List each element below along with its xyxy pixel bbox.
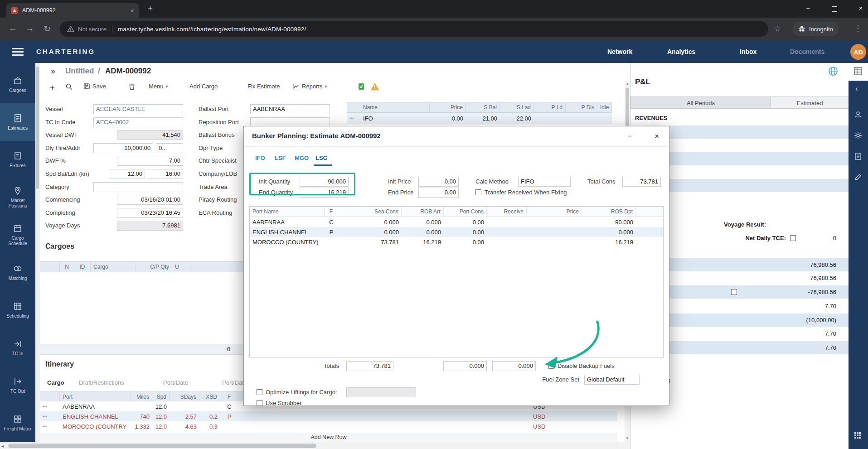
sidebar-item-matching[interactable]: Matching xyxy=(0,254,35,291)
security-label[interactable]: Not secure xyxy=(78,26,107,33)
sidebar-item-estimates[interactable]: Estimates xyxy=(0,103,35,141)
completing-field[interactable]: 03/23/20 16:45 xyxy=(117,208,183,218)
sidebar-item-cargo-schedule[interactable]: Cargo Schedule xyxy=(0,216,35,254)
user-icon[interactable] xyxy=(854,111,862,119)
bunker-port-row[interactable]: AABENRAA C 0.000 0.000 0.00 90.000 xyxy=(250,217,663,227)
scrollbar-thumb[interactable] xyxy=(36,67,39,189)
delete-button[interactable] xyxy=(129,83,135,90)
tce-checkbox[interactable] xyxy=(790,235,796,241)
ballast-port-field[interactable]: AABENRAA xyxy=(250,104,330,114)
speed-laden-field[interactable]: 16.00 xyxy=(148,169,183,179)
pnl-period-all[interactable]: All Periods xyxy=(630,97,771,109)
category-field[interactable] xyxy=(93,182,183,192)
tab-close-icon[interactable]: × xyxy=(130,7,134,14)
commencing-field[interactable]: 03/16/20 01:00 xyxy=(117,195,183,205)
forward-button[interactable]: → xyxy=(24,24,36,34)
url-text[interactable]: master.tyche.veslink.com/#chartering/est… xyxy=(118,26,306,33)
optimize-liftings-checkbox[interactable] xyxy=(257,389,262,395)
breadcrumb-untitled[interactable]: Untitled xyxy=(65,67,94,76)
transfer-received-checkbox[interactable] xyxy=(475,189,481,195)
itinerary-row[interactable]: ••• MOROCCO (COUNTRY 1,332 12.0 4.63 0.3… xyxy=(40,421,617,431)
reload-button[interactable]: ↻ xyxy=(41,24,53,34)
fuel-zone-set-field[interactable]: Global Default xyxy=(584,375,640,385)
bunker-port-row[interactable]: ENGLISH CHANNEL P 0.000 0.000 0.00 0.000 xyxy=(250,227,663,237)
edit-pencil-icon[interactable] xyxy=(854,173,862,181)
dwf-field[interactable]: 7.00 xyxy=(117,156,183,166)
tab-port-date[interactable]: Port/Date xyxy=(163,379,188,386)
sidebar-item-freight-matrix[interactable]: Freight Matrix xyxy=(0,404,35,442)
search-button[interactable] xyxy=(65,83,73,90)
sidebar-item-cargoes[interactable]: Cargoes xyxy=(0,66,35,103)
scrollbar-thumb[interactable] xyxy=(8,444,316,448)
grid-view-icon[interactable] xyxy=(854,67,862,75)
scroll-down-icon[interactable]: ▼ xyxy=(625,436,630,440)
tab-cargo[interactable]: Cargo xyxy=(47,379,64,386)
address-bar[interactable]: Not secure master.tyche.veslink.com/#cha… xyxy=(60,21,768,37)
sidebar-item-scheduling[interactable]: Scheduling xyxy=(0,291,35,329)
calc-method-field[interactable]: FIFO xyxy=(518,177,571,187)
bookmark-star-icon[interactable]: ☆ xyxy=(774,24,781,34)
add-button[interactable]: + xyxy=(50,83,55,93)
row-menu-icon[interactable]: ••• xyxy=(40,404,60,409)
sidebar-item-market-positions[interactable]: Market Positions xyxy=(0,179,35,216)
pnl-period-estimated[interactable]: Estimated xyxy=(771,97,849,109)
pnl-checkbox[interactable] xyxy=(731,289,737,295)
reports-button[interactable]: Reports▾ xyxy=(293,83,327,90)
browser-menu-icon[interactable]: ⋮ xyxy=(854,24,862,34)
new-tab-button[interactable]: + xyxy=(148,4,153,14)
sidebar-item-tc-in[interactable]: TC In xyxy=(0,329,35,367)
dialog-minimize-button[interactable]: − xyxy=(623,131,636,142)
sidebar-item-fixtures[interactable]: Fixtures xyxy=(0,141,35,179)
dialog-titlebar[interactable]: Bunker Planning: Estimate ADM-000992 − × xyxy=(244,126,669,147)
hamburger-menu-icon[interactable] xyxy=(12,48,24,58)
end-price-field[interactable]: 0.00 xyxy=(418,188,459,198)
menu-button[interactable]: Menu▾ xyxy=(149,83,168,90)
daily-hire-field[interactable]: 10,000.00 xyxy=(93,143,153,153)
collapse-panel-icon[interactable]: ‹ xyxy=(855,84,858,93)
expand-panel-icon[interactable]: » xyxy=(51,67,55,76)
tab-port-dates[interactable]: Port/Dat xyxy=(222,379,244,386)
document-icon[interactable] xyxy=(854,152,862,160)
row-menu-icon[interactable]: ••• xyxy=(40,424,60,429)
use-scrubber-checkbox[interactable] xyxy=(257,400,262,406)
window-minimize-button[interactable]: − xyxy=(798,4,819,12)
fix-estimate-button[interactable]: Fix Estimate xyxy=(247,83,280,90)
address-commission-field[interactable]: 0... xyxy=(156,143,183,153)
init-price-field[interactable]: 0.00 xyxy=(418,177,459,187)
vessel-field[interactable]: AEGEAN CASTLE xyxy=(93,104,183,114)
apps-grid-icon[interactable] xyxy=(854,432,861,439)
nav-analytics[interactable]: Analytics xyxy=(667,48,695,55)
dialog-close-button[interactable]: × xyxy=(650,131,664,142)
validation-ok-button[interactable] xyxy=(358,83,364,90)
tab-draft-restrictions[interactable]: Draft/Restrictions xyxy=(79,379,124,386)
save-button[interactable]: Save xyxy=(83,83,106,90)
sidebar-scrollbar[interactable] xyxy=(35,63,40,442)
fuel-tab-lsf[interactable]: LSF xyxy=(275,154,286,161)
horizontal-scrollbar[interactable]: ◂ xyxy=(0,442,630,449)
bunker-grid-row[interactable]: ••• IFO 0.00 21.00 22.00 xyxy=(347,113,612,124)
scrollbar-thumb[interactable] xyxy=(626,88,629,130)
user-avatar[interactable]: AD xyxy=(850,44,866,60)
scroll-left-icon[interactable]: ◂ xyxy=(1,444,4,449)
fuel-tab-ifo[interactable]: IFO xyxy=(255,154,265,161)
speed-ballast-field[interactable]: 12.00 xyxy=(109,169,145,179)
window-close-button[interactable]: × xyxy=(850,4,868,12)
gear-icon[interactable] xyxy=(854,131,862,140)
back-button[interactable]: ← xyxy=(6,24,19,34)
fuel-tab-lsg[interactable]: LSG xyxy=(315,154,328,161)
nav-inbox[interactable]: Inbox xyxy=(740,48,756,55)
fuel-tab-mgo[interactable]: MGO xyxy=(295,154,309,161)
add-new-row-button[interactable]: Add New Row xyxy=(40,433,617,442)
add-cargo-button[interactable]: Add Cargo xyxy=(189,83,218,90)
row-menu-icon[interactable]: ••• xyxy=(347,116,360,121)
nav-network[interactable]: Network xyxy=(607,48,632,55)
globe-icon[interactable] xyxy=(828,66,838,76)
nav-documents[interactable]: Documents xyxy=(790,48,824,55)
row-menu-icon[interactable]: ••• xyxy=(40,414,60,419)
scroll-up-icon[interactable]: ▲ xyxy=(625,82,630,86)
sidebar-item-tc-out[interactable]: TC Out xyxy=(0,367,35,404)
browser-tab[interactable]: ADM-000992 × xyxy=(6,3,139,18)
window-maximize-button[interactable] xyxy=(824,5,845,13)
warning-button[interactable]: ! xyxy=(371,83,379,90)
itinerary-row[interactable]: ••• ENGLISH CHANNEL 740 12.0 2.57 0.2 P … xyxy=(40,411,617,421)
